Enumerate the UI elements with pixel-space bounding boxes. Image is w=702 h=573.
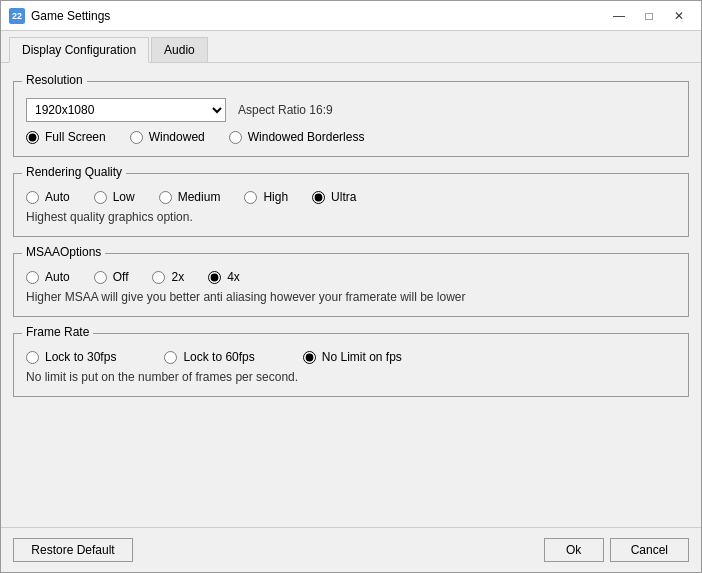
rq-low-option[interactable]: Low: [94, 190, 135, 204]
fr-30-option[interactable]: Lock to 30fps: [26, 350, 116, 364]
fr-60-label: Lock to 60fps: [183, 350, 254, 364]
display-mode-row: Full Screen Windowed Windowed Borderless: [26, 130, 676, 144]
fr-30-label: Lock to 30fps: [45, 350, 116, 364]
rq-ultra-label: Ultra: [331, 190, 356, 204]
minimize-button[interactable]: —: [605, 6, 633, 26]
frame-rate-row: Lock to 30fps Lock to 60fps No Limit on …: [26, 350, 676, 364]
window-controls: — □ ✕: [605, 6, 693, 26]
msaa-description: Higher MSAA will give you better anti al…: [26, 290, 676, 304]
msaa-off-option[interactable]: Off: [94, 270, 129, 284]
frame-rate-group: Frame Rate Lock to 30fps Lock to 60fps N…: [13, 333, 689, 397]
msaa-off-label: Off: [113, 270, 129, 284]
footer-right: Ok Cancel: [544, 538, 689, 562]
windowed-borderless-label: Windowed Borderless: [248, 130, 365, 144]
full-screen-option[interactable]: Full Screen: [26, 130, 106, 144]
rq-high-label: High: [263, 190, 288, 204]
resolution-dropdown[interactable]: 1920x1080 1280x720 1600x900 2560x1440: [26, 98, 226, 122]
msaa-group: MSAAOptions Auto Off 2x 4x: [13, 253, 689, 317]
fr-nolimit-option[interactable]: No Limit on fps: [303, 350, 402, 364]
msaa-2x-option[interactable]: 2x: [152, 270, 184, 284]
rendering-quality-group: Rendering Quality Auto Low Medium High: [13, 173, 689, 237]
restore-default-button[interactable]: Restore Default: [13, 538, 133, 562]
rendering-quality-label: Rendering Quality: [22, 165, 126, 179]
fr-nolimit-label: No Limit on fps: [322, 350, 402, 364]
rq-medium-label: Medium: [178, 190, 221, 204]
window-title: Game Settings: [31, 9, 605, 23]
frame-rate-group-label: Frame Rate: [22, 325, 93, 339]
close-button[interactable]: ✕: [665, 6, 693, 26]
tab-audio[interactable]: Audio: [151, 37, 208, 62]
fr-60-option[interactable]: Lock to 60fps: [164, 350, 254, 364]
cancel-button[interactable]: Cancel: [610, 538, 689, 562]
resolution-row: 1920x1080 1280x720 1600x900 2560x1440 As…: [26, 98, 676, 122]
msaa-group-label: MSAAOptions: [22, 245, 105, 259]
windowed-option[interactable]: Windowed: [130, 130, 205, 144]
resolution-group: Resolution 1920x1080 1280x720 1600x900 2…: [13, 81, 689, 157]
rendering-quality-row: Auto Low Medium High Ultra: [26, 190, 676, 204]
rq-medium-option[interactable]: Medium: [159, 190, 221, 204]
rendering-quality-description: Highest quality graphics option.: [26, 210, 676, 224]
rq-high-option[interactable]: High: [244, 190, 288, 204]
title-bar: 22 Game Settings — □ ✕: [1, 1, 701, 31]
maximize-button[interactable]: □: [635, 6, 663, 26]
windowed-borderless-option[interactable]: Windowed Borderless: [229, 130, 365, 144]
rq-auto-option[interactable]: Auto: [26, 190, 70, 204]
msaa-auto-option[interactable]: Auto: [26, 270, 70, 284]
footer: Restore Default Ok Cancel: [1, 527, 701, 572]
msaa-auto-label: Auto: [45, 270, 70, 284]
msaa-row: Auto Off 2x 4x: [26, 270, 676, 284]
resolution-group-label: Resolution: [22, 73, 87, 87]
tab-display-configuration[interactable]: Display Configuration: [9, 37, 149, 63]
app-icon: 22: [9, 8, 25, 24]
ok-button[interactable]: Ok: [544, 538, 604, 562]
rq-low-label: Low: [113, 190, 135, 204]
rq-auto-label: Auto: [45, 190, 70, 204]
content-area: Resolution 1920x1080 1280x720 1600x900 2…: [1, 63, 701, 527]
aspect-ratio-label: Aspect Ratio 16:9: [238, 103, 333, 117]
msaa-4x-option[interactable]: 4x: [208, 270, 240, 284]
main-window: 22 Game Settings — □ ✕ Display Configura…: [0, 0, 702, 573]
full-screen-label: Full Screen: [45, 130, 106, 144]
frame-rate-description: No limit is put on the number of frames …: [26, 370, 676, 384]
msaa-4x-label: 4x: [227, 270, 240, 284]
windowed-label: Windowed: [149, 130, 205, 144]
tab-bar: Display Configuration Audio: [1, 31, 701, 63]
msaa-2x-label: 2x: [171, 270, 184, 284]
rq-ultra-option[interactable]: Ultra: [312, 190, 356, 204]
